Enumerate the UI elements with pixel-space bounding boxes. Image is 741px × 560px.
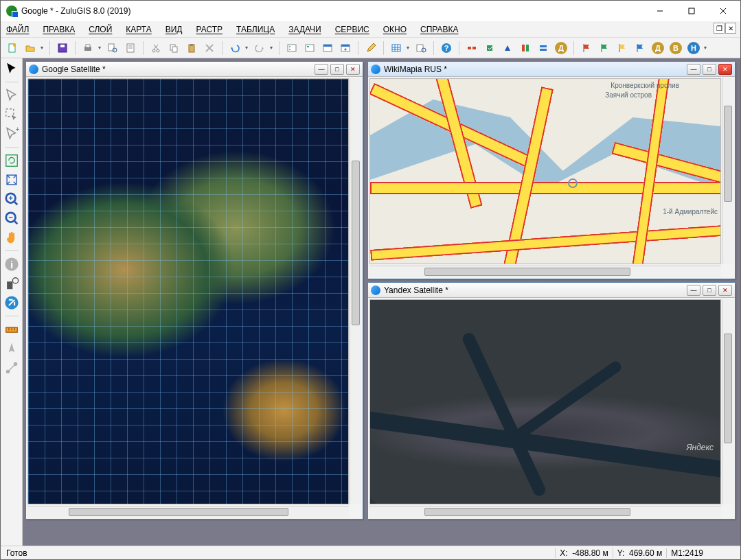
print-icon[interactable] xyxy=(80,40,95,56)
svg-rect-45 xyxy=(468,47,471,49)
undo-icon[interactable] xyxy=(227,40,242,56)
table-icon[interactable] xyxy=(389,40,404,56)
edit-mode-icon[interactable] xyxy=(363,40,378,56)
mdi-restore-button[interactable]: ❐ xyxy=(714,23,725,34)
menu-window[interactable]: ОКНО xyxy=(383,25,407,34)
window-maximize-button[interactable] xyxy=(676,1,707,21)
yandex-attribution: Яндекс xyxy=(686,443,714,452)
flag-tool-3-icon[interactable] xyxy=(615,40,630,56)
wikimapia-scrollbar-v[interactable] xyxy=(722,78,733,264)
info-tool-icon[interactable]: i xyxy=(4,257,19,272)
properties-icon[interactable] xyxy=(302,40,317,56)
circle-tool-d-icon[interactable]: Д xyxy=(554,40,569,56)
fit-view-icon[interactable] xyxy=(4,172,19,187)
yandex-scrollbar-h[interactable] xyxy=(369,506,721,517)
menu-edit[interactable]: ПРАВКА xyxy=(43,25,75,34)
query-icon[interactable] xyxy=(413,40,429,56)
delete-icon[interactable] xyxy=(202,40,217,56)
panel-minimize-button[interactable]: — xyxy=(687,64,700,75)
panel-google-titlebar[interactable]: Google Satellite * — □ ✕ xyxy=(26,62,363,77)
select-object-icon[interactable] xyxy=(4,88,19,103)
open-dropdown[interactable]: ▾ xyxy=(39,45,45,51)
refresh-icon[interactable] xyxy=(4,153,19,168)
flag-tool-2-icon[interactable] xyxy=(597,40,612,56)
page-setup-icon[interactable] xyxy=(123,40,138,56)
panel-minimize-button[interactable]: — xyxy=(687,285,700,296)
panel-maximize-button[interactable]: □ xyxy=(330,64,344,75)
panel-yandex-titlebar[interactable]: Yandex Satellite * — □ ✕ xyxy=(368,283,735,298)
panel-wikimapia-titlebar[interactable]: WikiMapia RUS * — □ ✕ xyxy=(368,62,735,77)
menu-layer[interactable]: СЛОЙ xyxy=(89,25,112,34)
flag-tool-4-icon[interactable] xyxy=(632,40,648,56)
panel-icon[interactable] xyxy=(320,40,335,56)
panel-minimize-button[interactable]: — xyxy=(315,64,328,75)
measure-icon[interactable] xyxy=(4,322,19,337)
pan-icon[interactable] xyxy=(4,230,19,245)
menu-tasks[interactable]: ЗАДАЧИ xyxy=(288,25,321,34)
window-close-button[interactable] xyxy=(707,1,739,21)
menu-raster[interactable]: РАСТР xyxy=(196,25,223,34)
mdi-close-button[interactable]: ✕ xyxy=(725,23,736,34)
select-rect-icon[interactable] xyxy=(4,107,19,122)
yandex-map-canvas[interactable]: Яндекс xyxy=(369,299,721,504)
new-file-icon[interactable] xyxy=(5,40,20,56)
menu-map[interactable]: КАРТА xyxy=(126,25,151,34)
window-minimize-button[interactable] xyxy=(644,1,676,21)
zoom-in-icon[interactable] xyxy=(4,191,19,207)
hyperlink-icon[interactable] xyxy=(4,295,19,310)
circle-tool-h-icon[interactable]: Н xyxy=(686,40,701,56)
panel-maximize-button[interactable]: □ xyxy=(703,285,716,296)
svg-text:+: + xyxy=(15,126,19,133)
circle-tool-b-icon[interactable]: В xyxy=(668,40,683,56)
flag-tool-1-icon[interactable] xyxy=(579,40,594,56)
cut-icon[interactable] xyxy=(148,40,163,56)
map-marker-icon xyxy=(568,178,578,188)
google-map-canvas[interactable] xyxy=(27,78,349,504)
circle-h-dropdown[interactable]: ▾ xyxy=(703,45,708,51)
identify-icon[interactable] xyxy=(4,276,19,291)
select-add-icon[interactable]: + xyxy=(4,126,19,141)
paste-icon[interactable] xyxy=(184,40,199,56)
svg-rect-22 xyxy=(190,44,193,46)
left-toolbox: + i xyxy=(1,58,23,546)
undo-dropdown[interactable]: ▾ xyxy=(244,45,249,51)
copy-icon[interactable] xyxy=(166,40,181,56)
print-preview-icon[interactable] xyxy=(105,40,120,56)
wikimapia-scrollbar-h[interactable] xyxy=(369,266,721,277)
map-label: Кронверкский пролив xyxy=(611,82,679,89)
google-scrollbar-h[interactable] xyxy=(27,506,349,517)
panel-close-button[interactable]: ✕ xyxy=(718,285,732,296)
google-scrollbar-v[interactable] xyxy=(350,78,361,504)
menu-table[interactable]: ТАБЛИЦА xyxy=(236,25,275,34)
help-icon[interactable]: ? xyxy=(439,40,454,56)
panel-close-button[interactable]: ✕ xyxy=(718,64,732,75)
menu-service[interactable]: СЕРВИС xyxy=(335,25,369,34)
network-tool-5-icon[interactable] xyxy=(536,40,551,56)
zoom-out-icon[interactable] xyxy=(4,211,19,226)
svg-rect-48 xyxy=(522,45,525,51)
svg-rect-49 xyxy=(526,45,529,51)
pointer-tool-icon[interactable] xyxy=(4,61,19,76)
network-tool-4-icon[interactable] xyxy=(518,40,533,56)
menu-help[interactable]: СПРАВКА xyxy=(420,25,459,34)
panel-maximize-button[interactable]: □ xyxy=(703,64,716,75)
table-dropdown[interactable]: ▾ xyxy=(405,45,411,51)
redo-dropdown[interactable]: ▾ xyxy=(269,45,274,51)
network-tool-2-icon[interactable] xyxy=(482,40,497,56)
form-icon[interactable] xyxy=(284,40,299,56)
menu-file[interactable]: ФАЙЛ xyxy=(6,25,29,34)
menu-view[interactable]: ВИД xyxy=(166,25,183,34)
save-icon[interactable] xyxy=(55,40,70,56)
open-folder-icon[interactable] xyxy=(23,40,38,56)
circle-tool-d2-icon[interactable]: Д xyxy=(650,40,665,56)
route-icon[interactable] xyxy=(4,360,19,375)
network-tool-1-icon[interactable] xyxy=(464,40,479,56)
redo-icon[interactable] xyxy=(252,40,267,56)
network-tool-3-icon[interactable] xyxy=(500,40,515,56)
print-dropdown[interactable]: ▾ xyxy=(97,45,102,51)
direction-icon[interactable] xyxy=(4,341,19,356)
wikimapia-map-canvas[interactable]: Кронверкский пролив Заячий остров 1-й Ад… xyxy=(369,78,721,264)
yandex-scrollbar-v[interactable] xyxy=(722,299,733,504)
panel-close-button[interactable]: ✕ xyxy=(346,64,360,75)
toggle-panel-icon[interactable] xyxy=(338,40,353,56)
